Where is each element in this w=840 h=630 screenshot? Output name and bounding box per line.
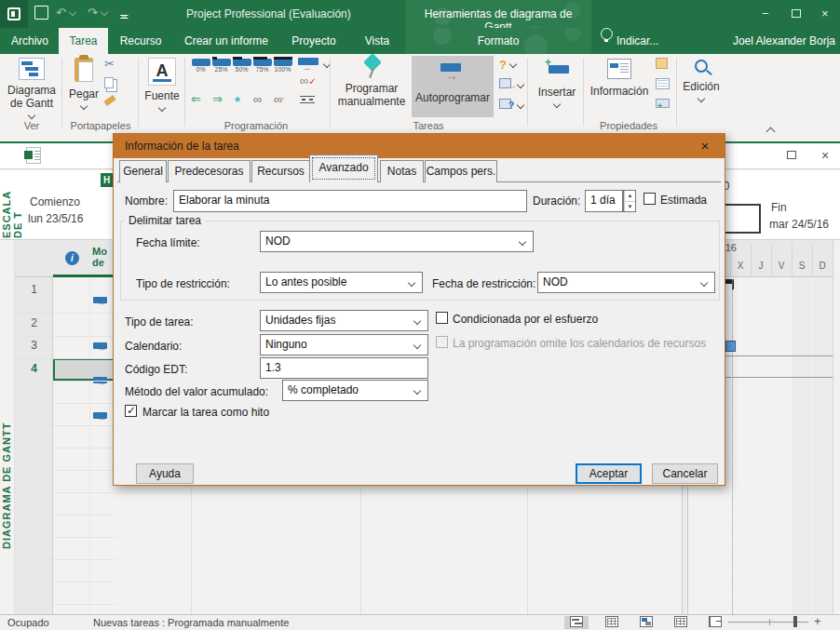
duration-field[interactable]: 1 día xyxy=(585,190,623,212)
app-window: ↶ ↷ ≖ Project Professional (Evaluación) … xyxy=(0,0,840,630)
auto-schedule-button[interactable]: → Autoprogramar xyxy=(412,56,494,117)
estimated-checkbox[interactable] xyxy=(644,193,656,205)
progress-50-button[interactable]: 50% xyxy=(232,59,251,73)
dialog-tab-recursos[interactable]: Recursos xyxy=(251,160,310,182)
deadline-dropdown[interactable]: NOD xyxy=(260,231,534,252)
constraint-type-dropdown[interactable]: Lo antes posible xyxy=(260,272,423,293)
wbs-code-field[interactable]: 1.3 xyxy=(260,357,428,379)
manually-schedule-button[interactable]: Programar manualmente xyxy=(333,56,410,108)
earned-value-method-label: Método del valor acumulado: xyxy=(125,385,268,398)
dropdown-arrow-icon xyxy=(553,101,561,108)
chevron-down-icon xyxy=(700,279,708,287)
dialog-tab-notas[interactable]: Notas xyxy=(380,160,424,182)
cancel-button[interactable]: Cancelar xyxy=(652,463,718,484)
dialog-tab-predecesoras[interactable]: Predecesoras xyxy=(168,160,251,182)
effort-driven-checkbox[interactable] xyxy=(436,312,448,324)
name-field[interactable]: Elaborar la minuta xyxy=(173,190,527,212)
timeline-start-label: Comienzo xyxy=(30,195,80,208)
chevron-down-icon xyxy=(408,279,415,287)
maximize-button[interactable] xyxy=(792,9,801,18)
editing-button[interactable]: Edición xyxy=(680,56,723,106)
zoom-slider-handle[interactable] xyxy=(793,616,797,627)
dialog-title-bar[interactable]: Información de la tarea xyxy=(114,134,725,158)
tab-crear-un-informe[interactable]: Crear un informe xyxy=(175,28,278,54)
view-gantt-button[interactable] xyxy=(564,616,589,629)
customize-qat-icon[interactable]: ≖ xyxy=(119,9,129,23)
constraint-date-dropdown[interactable]: NOD xyxy=(537,272,715,293)
inactivate-icon[interactable]: * xyxy=(235,93,240,109)
view-resource-sheet-button[interactable] xyxy=(669,616,693,629)
view-task-usage-button[interactable] xyxy=(600,616,624,629)
inspect-task-icon[interactable]: ? xyxy=(499,58,516,72)
timeline-header-fragment: H xyxy=(101,173,113,187)
unlink-tasks-icon[interactable]: ∞' xyxy=(274,93,284,107)
doc-maximize-button[interactable] xyxy=(787,151,796,159)
task-information-button[interactable]: Información xyxy=(587,56,652,98)
milestone-checkbox[interactable] xyxy=(125,405,137,417)
gantt-view-icon xyxy=(19,58,45,80)
vertical-scrollbar[interactable] xyxy=(833,240,840,614)
row-id[interactable]: 3 xyxy=(15,339,53,352)
task-notes-icon[interactable] xyxy=(656,58,668,69)
insert-label: Insertar xyxy=(533,86,581,99)
view-team-planner-button[interactable] xyxy=(634,616,658,629)
task-bar-fragment[interactable] xyxy=(725,341,736,352)
tab-recurso[interactable]: Recurso xyxy=(112,28,169,54)
font-button[interactable]: A Fuente xyxy=(142,56,182,115)
progress-75-button[interactable]: 75% xyxy=(252,59,272,73)
indent-icon[interactable]: ⇒ xyxy=(212,93,223,106)
row-id[interactable]: 1 xyxy=(15,283,53,296)
paste-button[interactable]: Pegar xyxy=(67,56,101,114)
calendar-dropdown[interactable]: Ninguno xyxy=(260,334,428,355)
minimize-button[interactable]: − xyxy=(762,7,769,20)
new-tasks-mode[interactable]: Nuevas tareas : Programada manualmente xyxy=(93,617,289,628)
task-mode-auto-icon: → xyxy=(93,377,109,389)
task-type-dropdown[interactable]: Unidades fijas xyxy=(260,310,428,331)
row-id[interactable]: 2 xyxy=(15,316,53,329)
undo-icon[interactable]: ↶ xyxy=(56,6,75,20)
chevron-down-icon xyxy=(413,342,421,349)
dialog-close-icon[interactable]: × xyxy=(693,134,717,158)
dialog-tab-general[interactable]: General xyxy=(119,160,167,182)
task-mode-q-icon: ? xyxy=(508,101,514,111)
mode-column-header[interactable]: Mo de xyxy=(92,246,115,268)
progress-100-button[interactable]: 100% xyxy=(273,59,292,73)
tab-tarea[interactable]: Tarea xyxy=(59,28,108,54)
close-button[interactable]: × xyxy=(821,7,829,20)
save-icon[interactable] xyxy=(34,6,48,20)
dialog-tab-avanzado[interactable]: Avanzado xyxy=(309,154,378,182)
help-button[interactable]: Ayuda xyxy=(136,463,194,484)
gantt-chart-view-button[interactable]: Diagrama de Gantt xyxy=(4,56,60,123)
status-text: Ocupado xyxy=(7,617,49,628)
copy-icon[interactable] xyxy=(104,77,114,88)
duration-stepper[interactable]: ▲▼ xyxy=(623,190,636,212)
tab-archivo[interactable]: Archivo xyxy=(5,28,55,54)
task-information-dialog: Información de la tarea × General Predec… xyxy=(113,133,725,486)
tell-me-box[interactable]: Indicar... xyxy=(616,28,672,54)
link-check-icon[interactable]: ∞✓ xyxy=(300,74,317,88)
progress-0-button[interactable]: 0% xyxy=(191,59,210,73)
zoom-in-button[interactable]: + xyxy=(814,614,821,628)
dropdown-arrow-icon xyxy=(28,112,35,119)
earned-value-method-dropdown[interactable]: % completado xyxy=(282,380,428,401)
redo-icon[interactable]: ↷ xyxy=(88,6,107,20)
doc-close-button[interactable]: × xyxy=(821,148,829,163)
info-column-header-icon[interactable]: i xyxy=(65,251,79,265)
insert-task-button[interactable]: + Insertar xyxy=(533,56,581,112)
zoom-out-button[interactable]: − xyxy=(715,614,723,628)
task-details-icon[interactable] xyxy=(656,78,670,89)
dialog-tab-campos-pers[interactable]: Campos pers. xyxy=(425,160,497,182)
tab-formato[interactable]: Formato xyxy=(466,28,531,54)
ok-button[interactable]: Aceptar xyxy=(576,463,642,484)
font-icon: A xyxy=(148,58,176,86)
cut-icon[interactable]: ✂ xyxy=(104,58,115,71)
progress-25-button[interactable]: 25% xyxy=(211,59,231,73)
row-id-selected[interactable]: 4 xyxy=(15,362,53,375)
add-to-timeline-icon[interactable]: + xyxy=(656,99,670,108)
outdent-icon[interactable]: ⇐ xyxy=(191,93,201,106)
tab-proyecto[interactable]: Proyecto xyxy=(281,28,346,54)
split-task-icon[interactable] xyxy=(300,96,315,103)
account-name[interactable]: Joel Alexander Borja xyxy=(722,28,835,54)
link-tasks-icon[interactable]: ∞ xyxy=(253,93,262,106)
tab-vista[interactable]: Vista xyxy=(352,28,402,54)
